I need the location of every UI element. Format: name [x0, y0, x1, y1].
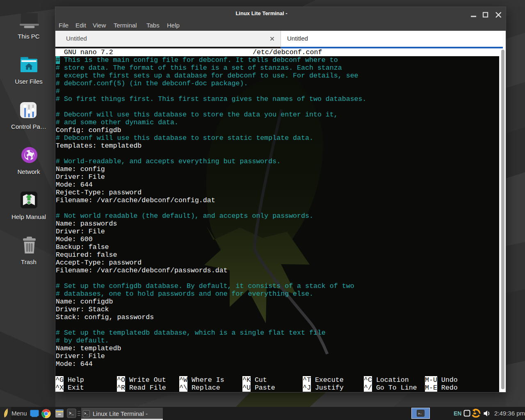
- svg-text:>-: >-: [418, 412, 422, 415]
- svg-text:>_: >_: [69, 411, 74, 416]
- svg-text:>_: >_: [84, 412, 88, 415]
